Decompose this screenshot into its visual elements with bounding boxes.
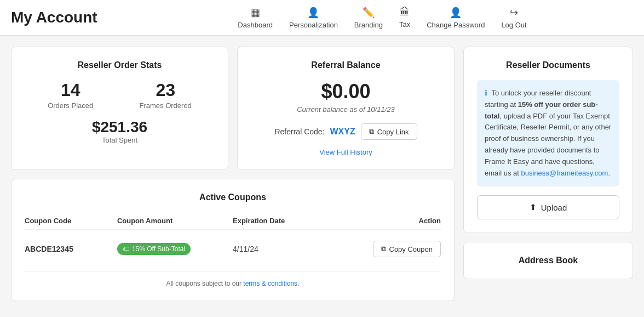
orders-placed-stat: 14 Orders Placed [48, 80, 93, 110]
copy-coupon-button[interactable]: ⧉ Copy Coupon [373, 241, 441, 257]
copy-coupon-icon: ⧉ [381, 245, 386, 253]
coupon-code: ABCDE12345 [25, 245, 117, 253]
total-spent-amount: $251.36 [25, 118, 215, 136]
reseller-documents-card: Reseller Documents ℹ To unlock your rese… [463, 47, 633, 233]
terms-link[interactable]: terms & conditions [243, 280, 297, 287]
upload-button[interactable]: ⬆ Upload [477, 195, 619, 219]
dashboard-icon: ▦ [251, 7, 260, 19]
nav-log-out[interactable]: ↪ Log Out [501, 7, 526, 29]
referral-balance-card: Referral Balance $0.00 Current balance a… [237, 47, 455, 170]
copy-coupon-label: Copy Coupon [389, 245, 433, 253]
col-header-expiry: Expiration Date [233, 217, 325, 225]
nav-dashboard[interactable]: ▦ Dashboard [238, 7, 273, 29]
nav-personalization-label: Personalization [289, 21, 338, 29]
info-email-link[interactable]: business@frameiteasy.com [521, 169, 608, 177]
frames-ordered-stat: 23 Frames Ordered [139, 80, 191, 110]
top-bar: My Account ▦ Dashboard 👤 Personalization… [0, 0, 644, 36]
reseller-info-box: ℹ To unlock your reseller discount start… [477, 80, 619, 186]
referral-code-value: WXYZ [330, 127, 355, 137]
coupons-table: Coupon Code Coupon Amount Expiration Dat… [25, 212, 441, 263]
stats-row: 14 Orders Placed 23 Frames Ordered [25, 80, 215, 110]
nav-branding-label: Branding [354, 21, 383, 29]
main-nav: ▦ Dashboard 👤 Personalization ✏️ Brandin… [131, 7, 633, 29]
active-coupons-title: Active Coupons [25, 193, 441, 202]
nav-log-out-label: Log Out [501, 21, 526, 29]
info-text-after: , upload a PDF of your Tax Exempt Certif… [485, 112, 611, 177]
referral-date: Current balance as of 10/11/23 [251, 105, 441, 114]
referral-amount: $0.00 [251, 80, 441, 103]
nav-dashboard-label: Dashboard [238, 21, 273, 29]
main-content: Reseller Order Stats 14 Orders Placed 23… [0, 36, 644, 312]
address-book-card: Address Book [463, 242, 633, 279]
view-history-link[interactable]: View Full History [319, 148, 372, 156]
col-header-amount: Coupon Amount [117, 217, 233, 225]
active-coupons-card: Active Coupons Coupon Code Coupon Amount… [11, 179, 455, 301]
nav-change-password[interactable]: 👤 Change Password [427, 7, 485, 29]
coupon-amount: 🏷 15% Off Sub-Total [117, 243, 233, 255]
address-book-title: Address Book [477, 256, 619, 265]
nav-tax[interactable]: 🏛 Tax [399, 7, 410, 29]
frames-ordered-number: 23 [139, 80, 191, 100]
info-end: . [608, 169, 610, 177]
nav-tax-label: Tax [399, 20, 410, 29]
copy-link-button[interactable]: ⧉ Copy Link [361, 123, 417, 140]
referral-balance-title: Referral Balance [251, 60, 441, 70]
right-column: Reseller Documents ℹ To unlock your rese… [463, 47, 633, 301]
upload-icon: ⬆ [530, 202, 537, 212]
table-row: ABCDE12345 🏷 15% Off Sub-Total 4/11/24 ⧉… [25, 235, 441, 263]
referral-code-row: Referral Code: WXYZ ⧉ Copy Link [251, 123, 441, 140]
coupon-badge-text: 15% Off Sub-Total [132, 245, 185, 253]
left-column: Reseller Order Stats 14 Orders Placed 23… [11, 47, 455, 301]
frames-ordered-label: Frames Ordered [139, 101, 191, 110]
coupon-action: ⧉ Copy Coupon [325, 241, 441, 257]
tag-icon: 🏷 [123, 245, 129, 253]
copy-link-icon: ⧉ [369, 127, 374, 136]
coupon-expiry: 4/11/24 [233, 245, 325, 253]
referral-code-label: Referral Code: [274, 127, 324, 136]
info-icon: ℹ [485, 89, 487, 97]
coupons-header: Coupon Code Coupon Amount Expiration Dat… [25, 212, 441, 230]
terms-end: . [297, 280, 299, 287]
change-password-icon: 👤 [450, 7, 462, 19]
col-header-action: Action [325, 217, 441, 225]
upload-label: Upload [541, 203, 567, 212]
personalization-icon: 👤 [307, 7, 319, 19]
nav-branding[interactable]: ✏️ Branding [354, 7, 383, 29]
tax-icon: 🏛 [400, 7, 410, 18]
orders-placed-number: 14 [48, 80, 93, 100]
terms-before: All coupons subject to our [166, 280, 244, 287]
page-title: My Account [11, 9, 131, 26]
reseller-documents-title: Reseller Documents [477, 60, 619, 70]
total-spent-section: $251.36 Total Spent [25, 118, 215, 144]
order-stats-card: Reseller Order Stats 14 Orders Placed 23… [11, 47, 228, 170]
order-stats-title: Reseller Order Stats [25, 60, 215, 70]
log-out-icon: ↪ [510, 7, 518, 19]
top-cards-row: Reseller Order Stats 14 Orders Placed 23… [11, 47, 455, 170]
nav-change-password-label: Change Password [427, 21, 485, 29]
total-spent-label: Total Spent [25, 136, 215, 144]
coupon-badge: 🏷 15% Off Sub-Total [117, 243, 191, 255]
nav-personalization[interactable]: 👤 Personalization [289, 7, 338, 29]
col-header-code: Coupon Code [25, 217, 117, 225]
copy-link-label: Copy Link [377, 128, 409, 136]
branding-icon: ✏️ [363, 7, 375, 19]
orders-placed-label: Orders Placed [48, 101, 93, 110]
terms-text: All coupons subject to our terms & condi… [25, 271, 441, 287]
